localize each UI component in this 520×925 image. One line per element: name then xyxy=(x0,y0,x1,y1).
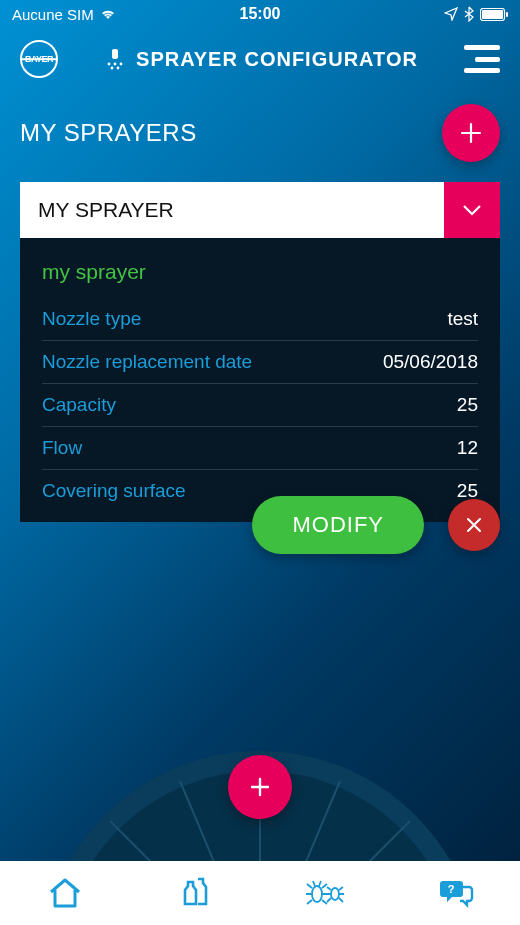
status-bar: Aucune SIM 15:00 xyxy=(0,0,520,28)
nav-products[interactable] xyxy=(165,869,225,917)
row-label: Capacity xyxy=(42,394,116,416)
delete-button[interactable] xyxy=(448,499,500,551)
plus-icon xyxy=(246,773,274,801)
sprayer-detail-card: my sprayer Nozzle type test Nozzle repla… xyxy=(20,238,500,522)
row-label: Flow xyxy=(42,437,82,459)
sprayer-configurator-icon xyxy=(104,47,126,71)
row-label: Nozzle replacement date xyxy=(42,351,252,373)
svg-rect-2 xyxy=(482,10,503,19)
menu-button[interactable] xyxy=(464,45,500,73)
bayer-logo: BAYER xyxy=(20,40,58,78)
app-title: SPRAYER CONFIGURATOR xyxy=(136,48,418,71)
close-icon xyxy=(464,515,484,535)
nav-home[interactable] xyxy=(35,869,95,917)
sprayer-dropdown[interactable]: MY SPRAYER xyxy=(20,182,500,238)
svg-line-13 xyxy=(260,821,410,861)
svg-point-4 xyxy=(108,63,111,66)
home-icon xyxy=(47,876,83,910)
location-icon xyxy=(444,7,458,21)
battery-icon xyxy=(480,8,508,21)
bugs-icon xyxy=(304,878,346,908)
svg-point-17 xyxy=(331,888,339,900)
modify-button[interactable]: MODIFY xyxy=(252,496,424,554)
app-header: BAYER SPRAYER CONFIGURATOR xyxy=(0,28,520,86)
svg-point-16 xyxy=(312,886,322,902)
app-title-group: SPRAYER CONFIGURATOR xyxy=(104,47,418,71)
row-value: test xyxy=(447,308,478,330)
svg-point-8 xyxy=(117,67,120,70)
wifi-icon xyxy=(100,8,116,20)
dropdown-selected: MY SPRAYER xyxy=(20,182,444,238)
help-chat-icon: ? xyxy=(436,877,474,909)
detail-row: Capacity 25 xyxy=(42,384,478,427)
svg-rect-1 xyxy=(506,12,508,17)
carrier-label: Aucune SIM xyxy=(12,6,94,23)
wheel-add-button[interactable] xyxy=(228,755,292,819)
plus-icon xyxy=(457,119,485,147)
bluetooth-icon xyxy=(464,6,474,22)
row-value: 05/06/2018 xyxy=(383,351,478,373)
detail-row: Flow 12 xyxy=(42,427,478,470)
chevron-down-icon xyxy=(462,203,482,217)
svg-text:?: ? xyxy=(448,883,455,895)
add-sprayer-button[interactable] xyxy=(442,104,500,162)
bottles-icon xyxy=(178,876,212,910)
svg-line-12 xyxy=(110,821,260,861)
row-label: Nozzle type xyxy=(42,308,141,330)
sprayer-name: my sprayer xyxy=(42,260,478,284)
nav-pests[interactable] xyxy=(295,869,355,917)
bottom-nav: ? xyxy=(0,861,520,925)
nav-help[interactable]: ? xyxy=(425,869,485,917)
svg-point-5 xyxy=(114,63,117,66)
row-value: 12 xyxy=(457,437,478,459)
page-title: MY SPRAYERS xyxy=(20,119,197,147)
detail-row: Nozzle replacement date 05/06/2018 xyxy=(42,341,478,384)
svg-point-6 xyxy=(120,63,123,66)
status-time: 15:00 xyxy=(240,5,281,23)
svg-rect-3 xyxy=(112,49,118,59)
detail-row: Nozzle type test xyxy=(42,298,478,341)
row-value: 25 xyxy=(457,394,478,416)
dropdown-toggle[interactable] xyxy=(444,182,500,238)
svg-point-7 xyxy=(111,67,114,70)
